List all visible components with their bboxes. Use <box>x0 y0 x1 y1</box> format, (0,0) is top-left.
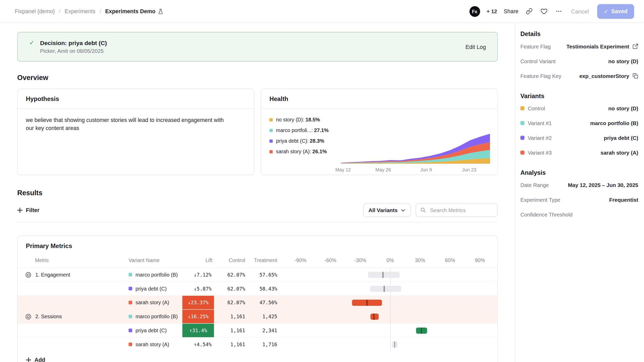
breadcrumb-item-current[interactable]: Experiments Demo <box>105 8 164 15</box>
confidence-interval-bar[interactable] <box>370 313 379 320</box>
health-legend-item[interactable]: priya debt (C):28.3% <box>269 138 340 144</box>
primary-metrics-card: Primary Metrics Metric Variant Name Lift… <box>17 235 498 362</box>
health-card: Health no story (D):18.5%marco portfoli.… <box>261 89 498 175</box>
flask-icon <box>158 8 164 14</box>
analysis-row-date-range: Date Range May 12, 2025 – Jun 30, 2025 <box>520 178 638 192</box>
legend-label: priya debt (C): <box>276 138 309 144</box>
treatment-value: 47.56% <box>247 300 279 305</box>
avatar[interactable]: Fx <box>469 6 480 17</box>
edit-log-button[interactable]: Edit Log <box>466 44 486 50</box>
variant-label: Variant #2 <box>528 135 552 141</box>
confidence-interval-area <box>289 296 498 309</box>
axis-tick-label: 30% <box>415 258 425 263</box>
detail-row-control-variant: Control Variant no story (D) <box>520 54 638 69</box>
health-x-axis-labels: May 12May 26Jun 9Jun 23 <box>340 167 491 173</box>
detail-label: Feature Flag <box>520 43 551 49</box>
confidence-interval-area <box>289 282 498 295</box>
point-estimate-tick <box>384 286 385 292</box>
chevron-down-icon <box>401 208 405 212</box>
lift-value: ↓7.12% <box>194 272 212 278</box>
detail-value: no story (D) <box>608 58 638 64</box>
metrics-table-row[interactable]: 2. Sessionsmarco portfolio (B)↓16.25%1,1… <box>18 309 497 323</box>
variants-dropdown[interactable]: All Variants <box>363 203 411 217</box>
breadcrumb: Fixpanel {demo} / Experiments / Experime… <box>15 8 164 15</box>
detail-row-feature-flag-key: Feature Flag Key exp_customerStory <box>520 69 638 83</box>
axis-tick-label: -60% <box>324 258 336 263</box>
breadcrumb-item-project[interactable]: Fixpanel {demo} <box>15 8 55 15</box>
legend-label: sarah story (A): <box>276 149 311 155</box>
analysis-label: Experiment Type <box>520 197 560 203</box>
confidence-interval-bar[interactable] <box>370 286 401 292</box>
health-legend-item[interactable]: sarah story (A):26.1% <box>269 149 340 155</box>
variant-color-dot <box>129 301 132 304</box>
column-header-treatment: Treatment <box>247 258 279 263</box>
variant-cell: sarah story (A) <box>129 300 183 305</box>
legend-color-dot <box>269 129 273 132</box>
variant-color-dot <box>129 329 132 332</box>
lift-cell: ↓16.25% <box>182 310 214 323</box>
hypothesis-body: we believe that showing customer stories… <box>18 109 254 140</box>
saved-button[interactable]: ✓ Saved <box>597 4 634 19</box>
point-estimate-tick <box>383 272 384 278</box>
confidence-interval-area <box>289 324 498 337</box>
share-button[interactable]: Share <box>504 8 519 15</box>
lift-axis-header: -90%-60%-30%0%30%60%90% <box>279 254 498 267</box>
variant-cell: marco portfolio (B) <box>129 314 183 319</box>
variant-label: Variant #3 <box>528 149 552 156</box>
confidence-interval-area <box>289 268 498 281</box>
breadcrumb-item-experiments[interactable]: Experiments <box>65 8 95 15</box>
point-estimate-tick <box>366 299 367 306</box>
topbar: Fixpanel {demo} / Experiments / Experime… <box>0 0 644 23</box>
metrics-table-row[interactable]: priya debt (C)↑31.4%1,1612,341 <box>18 323 497 337</box>
confidence-interval-cell <box>279 310 498 323</box>
health-x-label: Jun 9 <box>420 167 432 172</box>
health-chart-svg <box>340 128 491 167</box>
zero-axis-line <box>390 324 390 337</box>
cancel-button[interactable]: Cancel <box>569 8 591 15</box>
add-metric-button[interactable]: Add <box>18 351 497 362</box>
search-metrics-input[interactable] <box>429 207 493 214</box>
add-filter-button[interactable]: Filter <box>17 207 40 213</box>
favorite-heart-icon[interactable] <box>540 7 548 16</box>
treatment-value: 1,425 <box>247 314 279 319</box>
legend-value: 28.3% <box>310 138 324 144</box>
metrics-table-row[interactable]: 1. Engagementmarco portfolio (B)↓7.12%62… <box>18 268 497 281</box>
copy-link-icon[interactable] <box>525 7 533 16</box>
lift-cell: ↓7.12% <box>182 268 214 281</box>
treatment-value: 57.65% <box>247 272 279 278</box>
zero-axis-line <box>390 310 390 323</box>
treatment-value: 2,341 <box>247 328 279 333</box>
axis-tick-label: 60% <box>445 258 455 263</box>
confidence-interval-bar[interactable] <box>368 272 400 278</box>
analysis-value: Frequentist <box>609 197 638 203</box>
column-header-metric: Metric <box>25 258 129 263</box>
hypothesis-card: Hypothesis we believe that showing custo… <box>17 89 254 175</box>
health-x-label: May 12 <box>335 167 351 172</box>
metrics-table-row[interactable]: sarah story (A)↓23.37%62.07%47.56% <box>18 295 497 309</box>
copy-icon[interactable] <box>633 73 638 79</box>
control-value: 1,161 <box>214 328 247 333</box>
axis-tick-label: 0% <box>387 258 394 263</box>
plus-icon <box>17 207 23 213</box>
analysis-label: Confidence Threshold <box>520 212 572 218</box>
lift-badge: ↓23.37% <box>182 296 214 309</box>
more-menu-icon[interactable] <box>555 7 563 16</box>
health-body: no story (D):18.5%marco portfoli...:27.1… <box>261 109 498 176</box>
variant-cell: priya debt (C) <box>129 328 183 333</box>
external-link-icon[interactable] <box>633 44 638 49</box>
metrics-table-row[interactable]: sarah story (A)↑4.54%1,1611,716 <box>18 337 497 351</box>
analysis-row-confidence-threshold: Confidence Threshold <box>520 207 638 222</box>
confidence-interval-cell <box>279 324 498 337</box>
variant-name: marco portfolio (B) <box>136 272 178 278</box>
collaborators-count[interactable]: + 12 <box>487 8 497 15</box>
variant-cell: sarah story (A) <box>129 342 183 347</box>
health-legend-item[interactable]: no story (D):18.5% <box>269 117 340 122</box>
treatment-value: 1,716 <box>247 342 279 347</box>
control-value: 62.07% <box>214 286 247 291</box>
detail-label: Control Variant <box>520 58 556 64</box>
health-legend-item[interactable]: marco portfoli...:27.1% <box>269 128 340 133</box>
metrics-table-row[interactable]: priya debt (C)↓5.87%62.07%58.43% <box>18 281 497 295</box>
decision-text: Decision: priya debt (C) Picker, Amit on… <box>40 40 107 54</box>
control-value: 62.07% <box>214 272 247 278</box>
variant-color-dot <box>129 315 132 318</box>
